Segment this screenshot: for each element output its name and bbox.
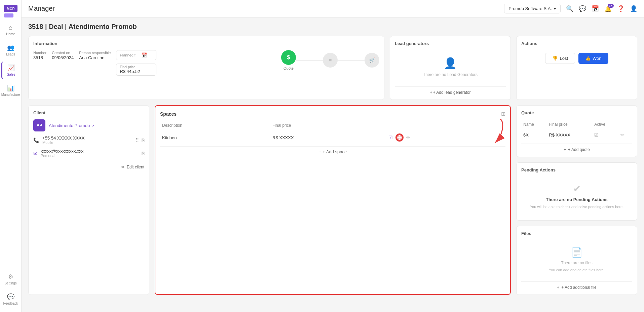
planned-date-label: Planned f...	[120, 53, 139, 57]
search-icon[interactable]: 🔍	[566, 5, 573, 12]
person-field: Person responsible Ana Caroline	[79, 50, 111, 60]
lead-generators-title: Lead generators	[395, 41, 506, 46]
edit-client-button[interactable]: ✏ Edit client	[121, 165, 144, 169]
phone-icon: 📞	[33, 138, 39, 143]
information-title: Information	[33, 41, 379, 46]
spaces-card: Spaces ⊞ Description Final price Kitchen	[155, 105, 511, 295]
topbar-left: Manager	[28, 5, 55, 12]
actions-buttons: 👎 Lost 👍 Won	[521, 50, 632, 67]
pipeline-circle-quote: $	[281, 50, 296, 65]
pending-actions-card: Pending Actions ✔ There are no Pending A…	[516, 162, 637, 221]
number-field: Number 3518	[33, 50, 46, 60]
feedback-icon: 💬	[7, 293, 14, 301]
client-title: Client	[33, 110, 144, 115]
spaces-layout-icon[interactable]: ⊞	[501, 111, 505, 117]
main-area: Manager Promob Software S.A. ▾ 🔍 💬 📅 🔔 3…	[22, 0, 644, 312]
sidebar-item-sales[interactable]: 📈 Sales	[1, 62, 20, 79]
spaces-edit-icon[interactable]: ✏	[406, 135, 410, 140]
spaces-title: Spaces	[160, 111, 177, 117]
no-leads-icon: 👤	[444, 57, 457, 70]
quote-row: 6X R$ XXXXX ☑ ✏	[522, 129, 632, 140]
pipeline-step-2[interactable]: ≡	[323, 53, 338, 68]
thumbs-up-icon: 👍	[585, 56, 591, 61]
manufacture-icon: 📊	[7, 84, 14, 92]
notifications-badge: 3+	[608, 4, 614, 8]
quote-name: 6X	[522, 129, 547, 140]
sidebar-item-leads[interactable]: 👥 Leads	[1, 41, 20, 59]
add-space-button[interactable]: + + Add space	[160, 146, 505, 154]
row1: Information Number 3518 Created on 09/06…	[28, 36, 637, 100]
lost-button[interactable]: 👎 Lost	[545, 53, 575, 64]
actions-title: Actions	[521, 41, 632, 46]
svg-rect-2	[4, 13, 13, 17]
dots-icon[interactable]: ⠿	[136, 138, 139, 143]
plus-quote-icon: +	[564, 147, 566, 152]
spaces-globe-button[interactable]	[395, 133, 404, 142]
company-selector[interactable]: Promob Software S.A. ▾	[504, 4, 561, 13]
file-empty-icon: 📄	[571, 247, 583, 258]
edit-client-bar: ✏ Edit client	[33, 162, 144, 169]
user-icon[interactable]: 👤	[630, 5, 637, 12]
pipeline-line-1	[296, 60, 323, 61]
spaces-check-icon[interactable]: ☑	[388, 135, 393, 140]
spaces-row: Kitchen R$ XXXXX ☑	[161, 131, 505, 144]
add-file-button[interactable]: + + Add additional file	[521, 281, 632, 290]
pipeline-label-quote: Quote	[283, 66, 294, 70]
spaces-price: R$ XXXXX	[271, 131, 386, 144]
pending-empty-state: ✔ There are no Pending Actions You will …	[521, 177, 632, 216]
sidebar-item-settings[interactable]: ⚙ Settings	[1, 270, 20, 288]
add-quote-button[interactable]: + + Add quote	[521, 144, 632, 152]
sidebar: MGR ⌂ Home 👥 Leads 📈 Sales 📊 Manufacture…	[0, 0, 22, 312]
quote-col-edit	[619, 120, 632, 129]
client-name-link[interactable]: Atendimento Promob ↗	[49, 123, 94, 128]
spaces-table: Description Final price Kitchen R$ XXXXX	[160, 120, 505, 145]
quote-col-name: Name	[522, 120, 547, 129]
spaces-col-description: Description	[161, 121, 270, 130]
messages-icon[interactable]: 💬	[579, 5, 586, 12]
email-icon: ✉	[33, 151, 37, 156]
app-title: Manager	[28, 5, 55, 12]
thumbs-down-icon: 👎	[552, 56, 558, 61]
add-lead-generator-btn[interactable]: + + Add lead generator	[395, 86, 506, 95]
client-card: Client AP Atendimento Promob ↗ 📞 +55 54 …	[28, 105, 149, 295]
quote-col-active: Active	[593, 120, 618, 129]
spaces-col-actions	[387, 121, 505, 130]
pipeline-step-quote[interactable]: $ Quote	[281, 50, 296, 70]
plus-space-icon: +	[319, 149, 321, 154]
sidebar-item-home[interactable]: ⌂ Home	[1, 22, 20, 39]
right-column: Quote Name Final price Active	[516, 105, 637, 295]
help-icon[interactable]: ❓	[617, 5, 624, 12]
plus-lead-icon: +	[430, 90, 432, 95]
pipeline: $ Quote ≡ 🛒	[281, 50, 379, 70]
leads-icon: 👥	[7, 44, 14, 51]
copy-email-icon[interactable]: ⎘	[142, 151, 144, 156]
pending-actions-title: Pending Actions	[521, 167, 632, 172]
pipeline-circle-3: 🛒	[365, 53, 379, 68]
edit-pencil-icon: ✏	[121, 165, 125, 169]
topbar-right: Promob Software S.A. ▾ 🔍 💬 📅 🔔 3+ ❓ 👤	[504, 4, 637, 13]
client-name-row: AP Atendimento Promob ↗	[33, 119, 144, 131]
quote-active-checkbox[interactable]: ☑	[594, 132, 599, 138]
page-title: 3518 | Deal | Atendimento Promob	[28, 23, 637, 31]
won-button[interactable]: 👍 Won	[578, 53, 608, 64]
no-leads-text: There are no Lead Generators	[423, 72, 478, 77]
sidebar-item-feedback[interactable]: 💬 Feedback	[1, 290, 20, 308]
sidebar-item-manufacture[interactable]: 📊 Manufacture	[1, 82, 20, 99]
calendar-icon[interactable]: 📅	[592, 5, 599, 12]
pending-check-icon: ✔	[573, 183, 581, 194]
spaces-description: Kitchen	[161, 131, 270, 144]
pending-empty-sub: You will be able to check and solve pend…	[530, 205, 623, 209]
pipeline-step-3[interactable]: 🛒	[365, 53, 379, 68]
quote-col-price: Final price	[547, 120, 592, 129]
svg-text:MGR: MGR	[7, 7, 15, 11]
notifications-icon[interactable]: 🔔 3+	[604, 5, 612, 12]
planned-date-field[interactable]: Planned f... 📅	[116, 50, 156, 60]
sales-icon: 📈	[7, 64, 15, 72]
pipeline-circle-2: ≡	[323, 53, 338, 68]
client-phone-row: 📞 +55 54 XXXXX XXXX Mobile ⠿ ⎘	[33, 135, 144, 145]
copy-phone-icon[interactable]: ⎘	[142, 138, 144, 143]
files-empty-title: There are no files	[561, 261, 592, 265]
quote-edit-icon[interactable]: ✏	[620, 132, 624, 138]
settings-icon: ⚙	[8, 273, 13, 280]
client-email-row: ✉ xxxxx@xxxxxxxxx.xxx Personal ⎘	[33, 149, 144, 158]
